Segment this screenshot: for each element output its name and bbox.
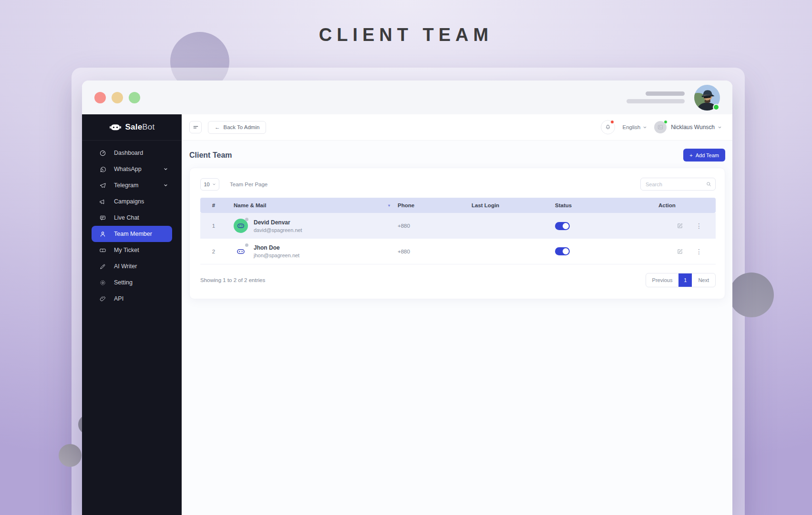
language-selector[interactable]: English bbox=[622, 124, 647, 130]
col-name-label: Name & Mail bbox=[234, 202, 266, 208]
member-avatar bbox=[234, 219, 248, 233]
chrome-user-avatar[interactable] bbox=[694, 85, 720, 111]
status-toggle[interactable] bbox=[555, 222, 570, 230]
main-area: ← Back To Admin English bbox=[182, 114, 732, 515]
col-last-login: Last Login bbox=[468, 202, 551, 208]
app-logo[interactable]: SaleBot bbox=[82, 114, 182, 141]
robot-avatar-icon bbox=[236, 222, 245, 230]
whatsapp-icon bbox=[99, 166, 106, 173]
edit-button[interactable] bbox=[677, 248, 683, 255]
sidebar-item-label: Team Member bbox=[114, 231, 152, 237]
col-index: # bbox=[200, 202, 227, 208]
sidebar-item-campaigns[interactable]: Campaigns bbox=[82, 193, 182, 210]
image-placeholder-icon bbox=[657, 124, 664, 131]
add-team-button[interactable]: + Add Team bbox=[683, 149, 725, 162]
robot-logo-icon bbox=[109, 121, 122, 133]
sidebar-item-team-member[interactable]: Team Member bbox=[92, 226, 172, 242]
sidebar-item-whatsapp[interactable]: WhatsApp bbox=[82, 161, 182, 177]
language-label: English bbox=[622, 124, 640, 130]
member-name: Devid Denvar bbox=[254, 219, 302, 226]
chat-icon bbox=[99, 214, 106, 222]
search-input[interactable] bbox=[640, 178, 716, 191]
row-index: 2 bbox=[200, 249, 227, 254]
sidebar: SaleBot Dashboard WhatsApp bbox=[82, 114, 182, 515]
member-avatar bbox=[234, 244, 248, 259]
bell-icon bbox=[605, 124, 611, 131]
edit-button[interactable] bbox=[677, 222, 683, 229]
member-phone: +880 bbox=[394, 249, 468, 254]
window-controls bbox=[94, 92, 140, 103]
member-phone: +880 bbox=[394, 223, 468, 229]
back-button-label: Back To Admin bbox=[224, 124, 260, 130]
menu-icon bbox=[193, 124, 199, 131]
paperclip-icon bbox=[99, 295, 106, 303]
edit-icon bbox=[677, 248, 683, 255]
page-title: CLIENT TEAM bbox=[0, 25, 812, 45]
app-window: SaleBot Dashboard WhatsApp bbox=[82, 81, 732, 515]
gear-icon bbox=[99, 279, 106, 286]
team-table-card: 10 Team Per Page # bbox=[189, 168, 725, 299]
table-row: 1 bbox=[200, 213, 716, 239]
more-actions-button[interactable]: ⋮ bbox=[696, 248, 702, 255]
previous-page-button[interactable]: Previous bbox=[646, 273, 679, 287]
user-name: Nicklaus Wunsch bbox=[671, 124, 715, 131]
sidebar-item-label: Live Chat bbox=[114, 214, 139, 221]
window-maximize-button[interactable] bbox=[129, 92, 140, 103]
pen-icon bbox=[99, 263, 106, 270]
sort-desc-icon[interactable]: ▾ bbox=[388, 203, 390, 208]
row-index: 1 bbox=[200, 223, 227, 229]
sidebar-item-dashboard[interactable]: Dashboard bbox=[82, 145, 182, 161]
content: Client Team + Add Team 10 Team Per Page bbox=[182, 141, 732, 299]
next-page-button[interactable]: Next bbox=[692, 273, 715, 287]
megaphone-icon bbox=[99, 198, 106, 205]
sidebar-item-my-ticket[interactable]: My Ticket bbox=[82, 242, 182, 258]
telegram-icon bbox=[99, 182, 106, 189]
table-row: 2 bbox=[200, 239, 716, 264]
page-heading: Client Team bbox=[189, 151, 232, 160]
chevron-down-icon bbox=[212, 182, 216, 186]
chevron-down-icon bbox=[162, 183, 169, 188]
sidebar-item-setting[interactable]: Setting bbox=[82, 274, 182, 291]
sidebar-nav: Dashboard WhatsApp Telegram bbox=[82, 141, 182, 307]
notifications-button[interactable] bbox=[601, 120, 615, 134]
window-close-button[interactable] bbox=[94, 92, 106, 103]
sidebar-item-label: WhatsApp bbox=[114, 166, 142, 172]
member-name: Jhon Doe bbox=[254, 244, 299, 251]
sidebar-item-label: API bbox=[114, 295, 123, 302]
window-minimize-button[interactable] bbox=[112, 92, 123, 103]
user-menu[interactable]: Nicklaus Wunsch bbox=[671, 124, 722, 131]
per-page-value: 10 bbox=[204, 182, 209, 187]
sidebar-item-api[interactable]: API bbox=[82, 291, 182, 307]
decor-circle-right bbox=[729, 273, 774, 317]
online-status-dot bbox=[713, 104, 719, 111]
pagination: Previous 1 Next bbox=[646, 273, 716, 287]
sidebar-item-live-chat[interactable]: Live Chat bbox=[82, 210, 182, 226]
chevron-down-icon bbox=[718, 125, 722, 130]
sidebar-item-ai-writer[interactable]: AI Writer bbox=[82, 258, 182, 274]
chevron-down-icon bbox=[643, 125, 647, 130]
add-team-label: Add Team bbox=[696, 152, 719, 158]
sidebar-item-label: Campaigns bbox=[114, 198, 144, 205]
decor-circle-bottom-left bbox=[59, 444, 82, 467]
dashboard-icon bbox=[99, 150, 106, 157]
search-icon bbox=[706, 181, 712, 189]
page-1-button[interactable]: 1 bbox=[678, 273, 692, 287]
more-actions-button[interactable]: ⋮ bbox=[696, 222, 702, 229]
sidebar-item-telegram[interactable]: Telegram bbox=[82, 177, 182, 193]
back-arrow-icon: ← bbox=[215, 124, 220, 130]
col-action: Action bbox=[654, 202, 716, 208]
window-chrome bbox=[82, 81, 732, 114]
sidebar-item-label: Telegram bbox=[114, 182, 138, 189]
offline-status-dot bbox=[245, 243, 248, 247]
table-header: # Name & Mail ▾ Phone Last Login Status … bbox=[200, 198, 716, 213]
entries-summary: Showing 1 to 2 of 2 entries bbox=[200, 277, 265, 283]
edit-icon bbox=[677, 222, 683, 229]
per-page-select[interactable]: 10 bbox=[200, 178, 219, 191]
sidebar-toggle-button[interactable] bbox=[189, 121, 202, 133]
back-to-admin-button[interactable]: ← Back To Admin bbox=[208, 121, 266, 134]
sidebar-item-label: My Ticket bbox=[114, 247, 139, 253]
col-name-mail[interactable]: Name & Mail ▾ bbox=[227, 202, 394, 208]
topbar-avatar[interactable] bbox=[654, 121, 667, 133]
sidebar-item-label: Setting bbox=[114, 279, 133, 286]
status-toggle[interactable] bbox=[555, 247, 570, 255]
